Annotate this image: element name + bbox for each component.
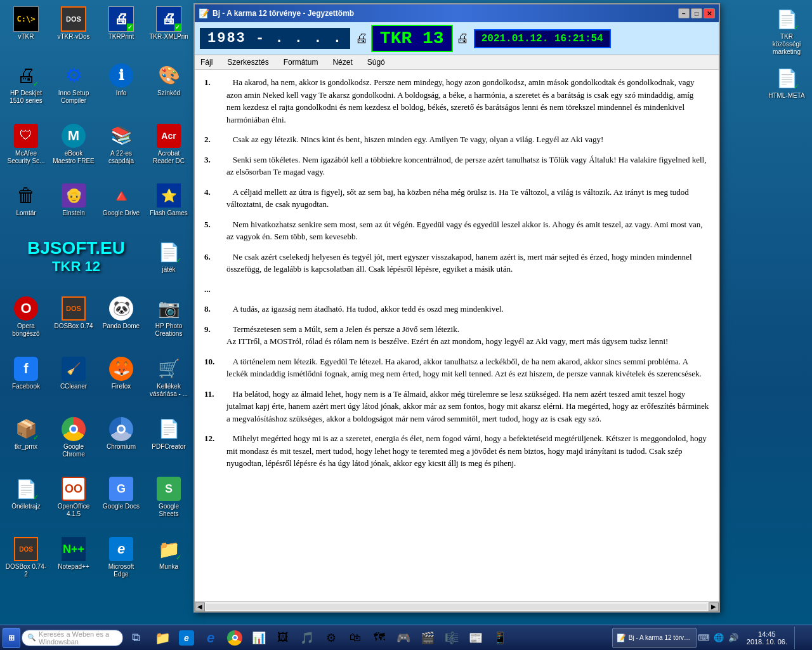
icon-openoffice[interactable]: OO OpenOffice 4.1.5	[51, 473, 96, 533]
icon-firefox[interactable]: 🦊 Firefox	[98, 353, 144, 413]
icon-ebook[interactable]: M eBook Maestro FREE	[51, 120, 96, 180]
icon-opera[interactable]: O Opera böngésző	[3, 293, 49, 353]
taskbar-film[interactable]: 🎬	[416, 627, 439, 649]
icon-flash-games[interactable]: ⭐ Flash Games	[146, 180, 192, 236]
desktop-icons-area: C:\> vTKR DOS vTKR-vDos 🖨 ✓ TKRPrint 🖨	[0, 0, 190, 597]
taskbar-phone[interactable]: 📱	[488, 627, 511, 649]
icon-oneletrajz[interactable]: 📄 ✓ Önéletrajz	[3, 473, 49, 533]
icon-tkr-prnx[interactable]: 📦 ✓ tkr_prnx	[3, 413, 49, 474]
banner-1983: 1983 - . . . .	[200, 28, 350, 49]
icon-szinkod[interactable]: 🎨 Színkód	[146, 60, 192, 120]
taskbar-search[interactable]: 🔍 Keresés a Weben és a Windowsban	[22, 630, 123, 646]
maximize-button[interactable]: □	[691, 8, 702, 18]
icon-kellek[interactable]: 🛒 Kellékek vásárlása - ...	[146, 353, 192, 413]
icon-html-meta[interactable]: 📄 ✓ HTML-META	[764, 62, 809, 107]
icon-inno-setup[interactable]: ⚙ Inno Setup Compiler	[51, 60, 96, 120]
taskbar-game[interactable]: 🎮	[392, 627, 415, 649]
icon-trash[interactable]: 🗑 Lomtár	[3, 180, 49, 236]
taskbar-chrome-task[interactable]	[223, 627, 246, 649]
taskbar-edge[interactable]: e	[175, 627, 198, 649]
window-header-band: 1983 - . . . . 🖨 TKR 13 🖨 2021.01.12. 16…	[195, 22, 719, 55]
titlebar-text: Bj - A karma 12 törvénye - Jegyzettömb	[213, 9, 675, 18]
clock-time: 14:45	[758, 630, 776, 638]
icon-notepad[interactable]: N++ Notepad++	[51, 533, 96, 594]
icon-panda[interactable]: 🐼 Panda Dome	[98, 293, 144, 353]
icon-info[interactable]: ℹ Info	[98, 60, 144, 120]
icon-chromium[interactable]: Chromium	[98, 413, 144, 474]
icon-label-tkrxmlprint: TKR-XMLPrin	[149, 33, 188, 41]
desktop: C:\> vTKR DOS vTKR-vDos 🖨 ✓ TKRPrint 🖨	[0, 0, 812, 650]
taskbar-photo[interactable]: 🖼	[272, 627, 294, 649]
icon-label-vtkr-vdos: vTKR-vDos	[57, 33, 89, 41]
taskbar-store[interactable]: 🛍	[344, 627, 367, 649]
taskbar-settings[interactable]: ⚙	[320, 627, 343, 649]
icon-google-chrome[interactable]: Google Chrome	[51, 413, 96, 474]
tray-network[interactable]: 🌐	[712, 627, 725, 649]
content-item: 2. Csak az egy létezik. Nincs kint és be…	[204, 133, 709, 146]
content-item: 4. A céljaid mellett az útra is figyelj,…	[204, 186, 709, 211]
icon-tkrprint[interactable]: 🖨 ✓ TKRPrint	[98, 3, 144, 60]
icon-munka[interactable]: 📁 ✓ Munka	[146, 533, 192, 594]
show-desktop[interactable]	[794, 627, 807, 649]
tray-keyboard[interactable]: ⌨	[698, 627, 710, 649]
icon-einstein[interactable]: 👴 Einstein	[51, 180, 96, 236]
content-item: 10. A történelem nem létezik. Egyedül Te…	[204, 355, 709, 380]
window-content[interactable]: 1. Ha akarod, ha nem, akkor is gondolkod…	[195, 70, 719, 601]
menu-fajl[interactable]: Fájl	[198, 56, 215, 68]
item-number: 1.	[204, 76, 223, 126]
taskbar-office[interactable]: 📊	[247, 627, 270, 649]
icon-facebook[interactable]: f Facebook	[3, 353, 49, 413]
icon-vtkr[interactable]: C:\> vTKR	[3, 3, 49, 60]
icon-acrobat[interactable]: Acr Acrobat Reader DC	[146, 120, 192, 180]
search-placeholder: Keresés a Weben és a Windowsban	[39, 630, 117, 646]
icon-label-openoffice: OpenOffice 4.1.5	[53, 503, 95, 518]
icon-label-chromium: Chromium	[107, 443, 136, 451]
icon-label-hp-photo: HP Photo Creations	[148, 322, 190, 338]
item-number: 6.	[204, 251, 223, 275]
icon-label-inno-setup: Inno Setup Compiler	[53, 90, 95, 105]
item-text: Csak az egy létezik. Nincs kint és bent,…	[226, 133, 709, 146]
taskbar-music2[interactable]: 🎼	[440, 627, 463, 649]
taskbar-maps[interactable]: 🗺	[368, 627, 391, 649]
icon-label-munka: Munka	[159, 563, 178, 571]
icon-label-dosbox: DOSBox 0.74	[54, 322, 93, 330]
icon-vtkr-vdos[interactable]: DOS vTKR-vDos	[51, 3, 96, 60]
icon-tkr-community[interactable]: 📄 ✓ TKR közösségi marketing	[764, 3, 809, 59]
active-window-label: Bj - A karma 12 törvény...	[629, 634, 692, 641]
icon-gsheets[interactable]: S Google Sheets	[146, 473, 192, 533]
icon-label-pdfcreator: PDFCreator	[152, 443, 185, 451]
right-icons-area: 📄 ✓ TKR közösségi marketing 📄 ✓ HTML-MET…	[761, 0, 812, 110]
tray-volume[interactable]: 🔊	[727, 627, 740, 649]
task-view-button[interactable]: ⧉	[124, 627, 147, 649]
icon-hp-deskjet[interactable]: 🖨 ✓ HP Deskjet 1510 series	[3, 60, 49, 120]
icon-edge[interactable]: e Microsoft Edge	[98, 533, 144, 594]
icon-jatek[interactable]: 📄 ✓ játék	[146, 236, 192, 293]
menu-sugo[interactable]: Súgó	[365, 56, 388, 68]
taskbar-media[interactable]: 🎵	[296, 627, 318, 649]
taskbar-ie[interactable]: e	[199, 627, 222, 649]
icon-dosbox[interactable]: DOS DOSBox 0.74	[51, 293, 96, 353]
icon-22-csapda[interactable]: 📚 A 22-es csapdája	[98, 120, 144, 180]
menu-nezet[interactable]: Nézet	[330, 56, 355, 68]
icon-gdrive[interactable]: 🔺 Google Drive	[98, 180, 144, 236]
icon-tkrxmlprint[interactable]: 🖨 ✓ TKR-XMLPrin	[146, 3, 192, 60]
close-button[interactable]: ✕	[704, 8, 715, 18]
icon-gdocs[interactable]: G Google Docs	[98, 473, 144, 533]
content-item: 6. Ne csak azért cselekedj helyesen és t…	[204, 251, 709, 275]
taskbar-active-window[interactable]: 📝 Bj - A karma 12 törvény...	[612, 628, 697, 648]
icon-ccleaner[interactable]: 🧹 CCleaner	[51, 353, 96, 413]
minimize-button[interactable]: −	[678, 8, 690, 18]
icon-pdfcreator[interactable]: 📄 PDFCreator	[146, 413, 192, 474]
icon-hp-photo[interactable]: 📷 HP Photo Creations	[146, 293, 192, 353]
clock[interactable]: 14:45 2018. 10. 06.	[742, 627, 792, 649]
icon-mcafee[interactable]: 🛡 McAfee Security Sc...	[3, 120, 49, 180]
taskbar-file-explorer[interactable]: 📁	[151, 627, 174, 649]
menu-formatum[interactable]: Formátum	[281, 56, 321, 68]
icon-dosbox2[interactable]: DOS DOSBox 0.74-2	[3, 533, 49, 594]
menu-szerkesztes[interactable]: Szerkesztés	[225, 56, 271, 68]
horizontal-scrollbar[interactable]: ◀ ▶	[195, 601, 719, 611]
icon-label-acrobat: Acrobat Reader DC	[148, 150, 190, 165]
start-button[interactable]: ⊞	[3, 628, 20, 648]
taskbar-news[interactable]: 📰	[464, 627, 487, 649]
icon-label-firefox: Firefox	[112, 383, 131, 390]
